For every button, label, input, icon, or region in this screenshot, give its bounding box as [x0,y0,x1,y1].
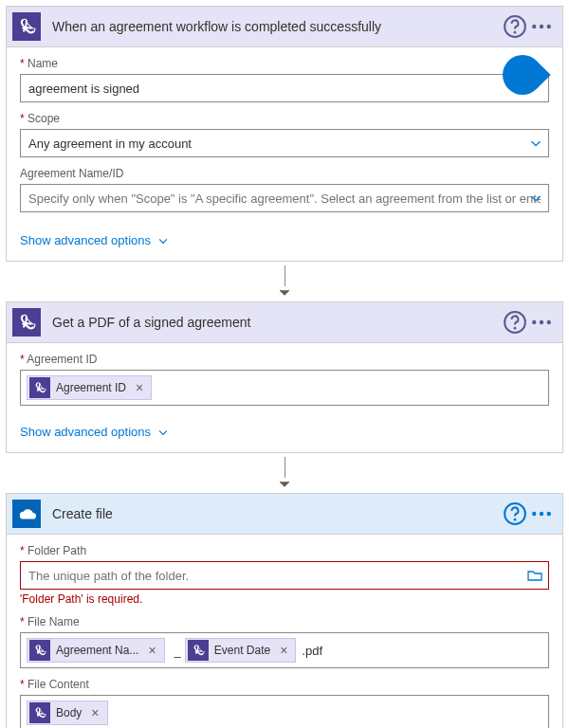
card-title: Get a PDF of a signed agreement [52,315,502,330]
card-header[interactable]: Create file [7,494,562,535]
trigger-card: When an agreement workflow is completed … [6,6,563,262]
folder-picker-icon[interactable] [526,561,543,590]
dynamic-token[interactable]: Agreement Na... × [27,638,165,663]
chevron-down-icon [156,234,170,247]
remove-token-icon[interactable]: × [132,380,147,395]
adobe-sign-icon [29,702,50,723]
onedrive-icon [12,500,41,528]
dynamic-token[interactable]: Body × [27,701,108,725]
card-header[interactable]: When an agreement workflow is completed … [7,7,562,47]
more-icon[interactable] [528,13,555,40]
dynamic-token[interactable]: Event Date × [185,638,297,663]
adobe-sign-icon [188,640,209,661]
dynamic-token[interactable]: Agreement ID × [27,375,152,400]
error-message: 'Folder Path' is required. [20,592,549,606]
agreement-id-input[interactable]: Agreement ID × [20,370,549,406]
name-label: Name [20,57,549,70]
more-icon[interactable] [528,500,555,527]
filename-suffix: .pdf [300,644,322,658]
card-title: Create file [52,506,502,521]
card-header[interactable]: Get a PDF of a signed agreement [7,302,562,343]
show-advanced-toggle[interactable]: Show advanced options [7,228,562,261]
help-icon[interactable] [502,309,528,336]
adobe-sign-icon [29,377,50,398]
agreement-id-select[interactable] [20,184,549,212]
scope-label: Scope [20,112,549,125]
file-content-input[interactable]: Body × [20,695,549,728]
remove-token-icon[interactable]: × [276,643,291,658]
name-input[interactable] [20,74,549,102]
scope-select[interactable] [20,129,549,157]
file-name-input[interactable]: Agreement Na... × _ Event Date × .pdf [20,632,549,668]
agreement-id-label: Agreement Name/ID [20,167,549,180]
adobe-sign-icon [12,12,41,41]
folder-path-input[interactable] [20,561,549,590]
more-icon[interactable] [528,309,555,336]
folder-path-label: Folder Path [20,544,549,557]
action-card-createfile: Create file Folder Path 'Folder Path' is… [6,493,563,728]
flow-arrow [6,453,563,493]
action-card-pdf: Get a PDF of a signed agreement Agreemen… [6,301,563,453]
flow-arrow [6,262,563,301]
adobe-sign-icon [29,640,50,661]
show-advanced-toggle[interactable]: Show advanced options [7,419,562,452]
file-content-label: File Content [20,678,549,691]
chevron-down-icon [156,426,170,439]
card-title: When an agreement workflow is completed … [52,19,502,34]
help-icon[interactable] [502,13,528,40]
help-icon[interactable] [502,500,528,527]
adobe-sign-icon [12,308,41,337]
file-name-label: File Name [20,615,549,628]
remove-token-icon[interactable]: × [144,643,159,658]
remove-token-icon[interactable]: × [87,705,102,720]
agreement-id-label: Agreement ID [20,353,549,366]
